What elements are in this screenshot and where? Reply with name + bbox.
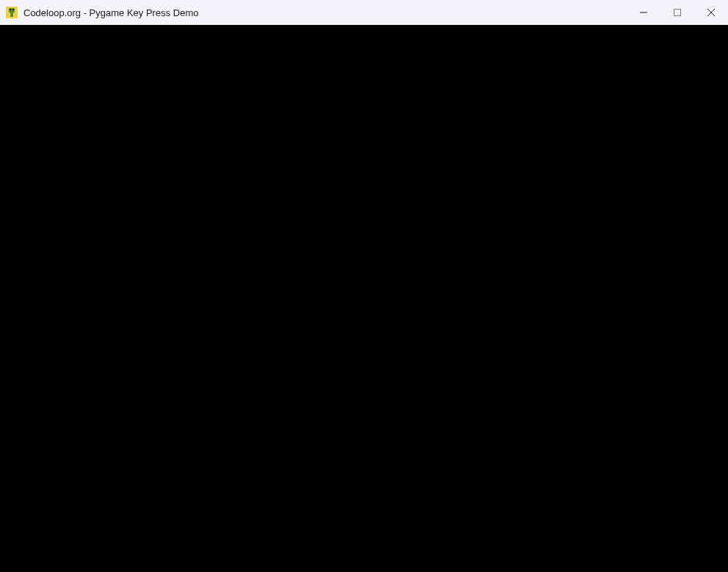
maximize-button[interactable] [660,0,694,25]
minimize-icon [640,9,647,16]
window-controls [627,0,728,25]
svg-rect-6 [674,10,681,16]
maximize-icon [674,9,681,16]
pygame-client-area[interactable] [0,25,728,572]
svg-rect-2 [10,12,13,17]
close-button[interactable] [694,0,728,25]
window-title: Codeloop.org - Pygame Key Press Demo [23,7,198,18]
svg-rect-1 [9,8,15,12]
application-window: Codeloop.org - Pygame Key Press Demo [0,0,728,572]
svg-point-4 [12,9,14,10]
pygame-snake-icon [6,7,18,18]
svg-point-3 [10,9,11,10]
close-icon [707,9,715,16]
titlebar[interactable]: Codeloop.org - Pygame Key Press Demo [0,0,728,25]
minimize-button[interactable] [627,0,660,25]
